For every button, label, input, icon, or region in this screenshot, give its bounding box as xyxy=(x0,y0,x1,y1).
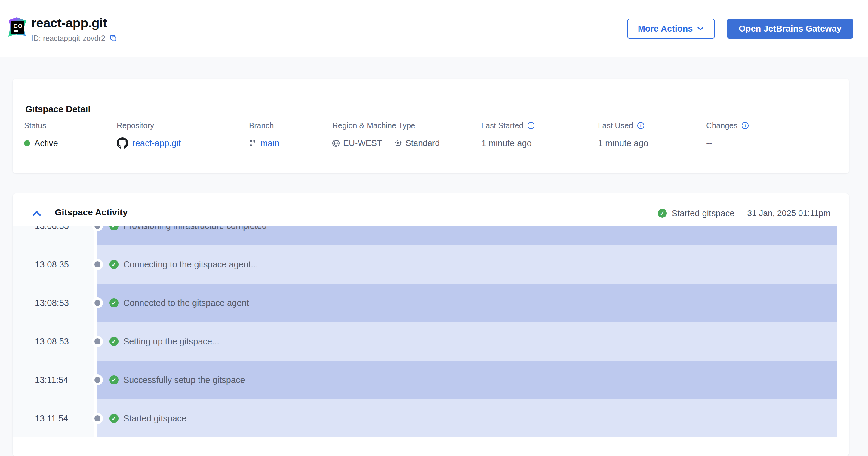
log-message: Successfully setup the gitspace xyxy=(123,375,245,385)
log-row: 13:08:35 Provisioning infrastructure com… xyxy=(12,225,849,245)
log-message: Setting up the gitspace... xyxy=(123,337,219,346)
region-machine-label: Region & Machine Type xyxy=(332,120,440,130)
more-actions-label: More Actions xyxy=(638,24,693,34)
timeline-gutter xyxy=(94,399,97,437)
goland-logo-box: GO xyxy=(11,21,24,34)
log-message: Connecting to the gitspace agent... xyxy=(123,260,258,270)
last-used-value: 1 minute ago xyxy=(598,139,648,148)
page-title: react-app.git xyxy=(31,16,107,30)
info-icon[interactable]: i xyxy=(637,122,644,129)
detail-card-title: Gitspace Detail xyxy=(25,104,91,114)
row-tail xyxy=(837,225,849,245)
chevron-down-icon xyxy=(697,26,704,31)
success-check-icon xyxy=(110,298,119,307)
success-check-icon xyxy=(110,225,119,231)
success-check-icon xyxy=(110,337,119,346)
log-message-cell: Connecting to the gitspace agent... xyxy=(97,245,837,284)
row-tail xyxy=(837,245,849,284)
activity-log-scroll-area[interactable]: 13:08:35 Provisioning infrastructure com… xyxy=(12,225,849,437)
activity-log-rows: 13:08:35 Provisioning infrastructure com… xyxy=(12,225,849,437)
latest-event-timestamp: 31 Jan, 2025 01:11pm xyxy=(747,208,830,218)
log-row: 13:08:53 Setting up the gitspace... xyxy=(12,322,849,361)
row-tail xyxy=(837,399,849,437)
timeline-gutter xyxy=(94,245,97,284)
timeline-dot-icon xyxy=(92,336,103,347)
last-started-label: Last Started xyxy=(481,121,523,130)
log-message-cell: Successfully setup the gitspace xyxy=(97,361,837,399)
branch-link[interactable]: main xyxy=(260,139,279,148)
cpu-icon xyxy=(395,140,402,147)
info-icon[interactable]: i xyxy=(528,122,534,129)
collapse-chevron-up-icon[interactable] xyxy=(32,210,41,217)
log-row: 13:08:53 Connected to the gitspace agent xyxy=(12,284,849,322)
goland-logo-text: GO xyxy=(13,24,24,29)
last-used-label: Last Used xyxy=(598,121,633,130)
gitspace-id: ID: reactappgit-zovdr2 xyxy=(31,34,105,43)
globe-icon xyxy=(332,140,340,147)
timeline-gutter xyxy=(94,225,97,245)
git-branch-icon xyxy=(249,140,256,147)
info-icon[interactable]: i xyxy=(742,122,749,129)
log-message-cell: Started gitspace xyxy=(97,399,837,437)
log-message: Started gitspace xyxy=(123,414,186,424)
branch-label: Branch xyxy=(249,120,279,130)
latest-event-text: Started gitspace xyxy=(672,208,735,218)
last-started-value: 1 minute ago xyxy=(481,139,532,148)
log-timestamp: 13:08:35 xyxy=(12,225,94,245)
repository-link[interactable]: react-app.git xyxy=(132,139,181,148)
timeline-dot-icon xyxy=(92,298,103,308)
log-message-cell: Connected to the gitspace agent xyxy=(97,284,837,322)
goland-logo-icon: GO xyxy=(8,18,27,37)
log-message-cell: Setting up the gitspace... xyxy=(97,322,837,361)
timeline-dot-icon xyxy=(92,374,103,385)
status-label: Status xyxy=(24,120,58,130)
status-active-dot xyxy=(24,140,30,146)
timeline-dot-icon xyxy=(92,259,103,270)
timeline-gutter xyxy=(94,284,97,322)
log-timestamp: 13:11:54 xyxy=(12,361,94,399)
gitspace-detail-card: Gitspace Detail Status Active Repository… xyxy=(12,79,849,173)
timeline-gutter xyxy=(94,361,97,399)
more-actions-button[interactable]: More Actions xyxy=(627,19,715,38)
open-gateway-label: Open JetBrains Gateway xyxy=(739,24,841,34)
success-check-icon xyxy=(110,260,119,269)
open-jetbrains-gateway-button[interactable]: Open JetBrains Gateway xyxy=(727,19,853,38)
log-timestamp: 13:08:35 xyxy=(12,245,94,284)
changes-value: -- xyxy=(706,139,712,148)
activity-card-title: Gitspace Activity xyxy=(55,207,127,217)
log-row: 13:08:35 Connecting to the gitspace agen… xyxy=(12,245,849,284)
row-tail xyxy=(837,284,849,322)
log-message: Provisioning infrastructure completed xyxy=(123,225,267,231)
row-tail xyxy=(837,322,849,361)
log-timestamp: 13:08:53 xyxy=(12,284,94,322)
top-bar: GO react-app.git ID: reactappgit-zovdr2 … xyxy=(0,0,868,57)
log-timestamp: 13:08:53 xyxy=(12,322,94,361)
log-timestamp: 13:11:54 xyxy=(12,399,94,437)
success-check-icon xyxy=(110,375,119,385)
log-row: 13:11:54 Successfully setup the gitspace xyxy=(12,361,849,399)
status-value: Active xyxy=(34,139,58,148)
copy-icon[interactable] xyxy=(110,34,117,42)
timeline-gutter xyxy=(94,322,97,361)
timeline-dot-icon xyxy=(92,413,103,424)
log-message-cell: Provisioning infrastructure completed xyxy=(97,225,837,245)
success-check-icon xyxy=(110,414,119,423)
activity-latest-status: Started gitspace 31 Jan, 2025 01:11pm xyxy=(658,207,830,219)
github-icon xyxy=(117,138,128,149)
log-message: Connected to the gitspace agent xyxy=(123,298,249,308)
row-tail xyxy=(837,361,849,399)
log-row: 13:11:54 Started gitspace xyxy=(12,399,849,437)
changes-label: Changes xyxy=(706,121,738,130)
success-check-icon xyxy=(658,209,667,218)
machine-type-value: Standard xyxy=(405,139,440,148)
region-value: EU-WEST xyxy=(343,139,382,148)
gitspace-activity-card: Gitspace Activity Started gitspace 31 Ja… xyxy=(12,193,849,456)
repository-label: Repository xyxy=(117,120,181,130)
goland-logo-underscore xyxy=(13,30,18,32)
